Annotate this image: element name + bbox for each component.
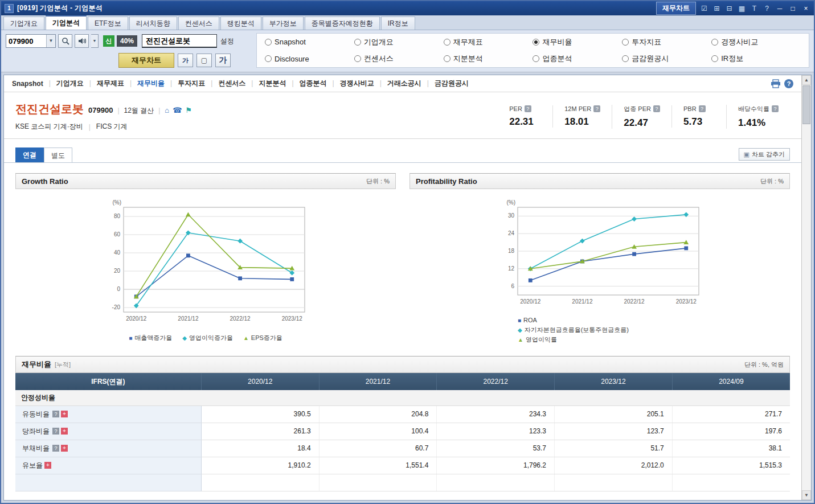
sound-button[interactable] — [75, 34, 89, 48]
radio-company-overview[interactable]: 기업개요 — [354, 37, 444, 47]
section-label: 안정성비율 — [15, 390, 790, 405]
question-icon[interactable]: ? — [525, 105, 531, 112]
radio-icon — [711, 55, 718, 62]
radio-ir-info[interactable]: IR정보 — [711, 54, 801, 64]
stock-code-input[interactable] — [6, 35, 46, 47]
subnav-fss-disclosure[interactable]: 금감원공시 — [421, 79, 469, 88]
close-button[interactable]: × — [801, 5, 810, 13]
scrollbar-thumb[interactable] — [802, 85, 810, 124]
font-reset-button[interactable]: ▢ — [196, 54, 212, 67]
cell-value: 261.3 — [201, 423, 319, 440]
radio-financial-ratio[interactable]: 재무비율 — [533, 37, 622, 47]
radio-snapshot[interactable]: Snapshot — [265, 38, 354, 46]
text-size-icon[interactable]: T — [750, 5, 759, 13]
row-help-icon[interactable]: ? — [52, 411, 59, 417]
row-label: 당좌비율 — [22, 427, 50, 435]
search-button[interactable] — [58, 34, 72, 48]
phone-icon[interactable]: ☎ — [173, 106, 182, 114]
radio-industry-analysis[interactable]: 업종분석 — [533, 54, 622, 64]
scroll-up-arrow[interactable]: ▲ — [802, 75, 811, 85]
font-increase-button[interactable]: 가 — [215, 54, 231, 67]
question-icon[interactable]: ? — [772, 105, 779, 112]
checkbox-icon[interactable]: ☑ — [700, 5, 708, 13]
question-icon[interactable]: ? — [699, 105, 706, 112]
radio-disclosure[interactable]: Disclosure — [265, 55, 354, 63]
grid-icon[interactable]: ▦ — [738, 5, 746, 13]
main-tab-bar: 기업개요 기업분석 ETF정보 리서치동향 컨센서스 랭킹분석 부가정보 종목별… — [1, 15, 814, 30]
cell-value: 1,551.4 — [319, 457, 437, 474]
svg-text:2022/12: 2022/12 — [230, 315, 251, 322]
tab-etf-info[interactable]: ETF정보 — [88, 17, 128, 30]
subnav-financial-ratio[interactable]: 재무비율 — [124, 79, 165, 88]
subnav-investment-index[interactable]: 투자지표 — [165, 79, 205, 88]
maximize-button[interactable]: □ — [788, 5, 797, 13]
row-help-icon[interactable]: ? — [52, 445, 59, 452]
row-chart-icon[interactable]: + — [61, 445, 68, 452]
location-pin-icon[interactable]: ⚑ — [185, 106, 192, 114]
subnav-industry-analysis[interactable]: 업종분석 — [286, 79, 326, 88]
window-new-icon[interactable]: ⊞ — [712, 5, 721, 13]
chart-title: Growth Ratio — [22, 177, 68, 186]
radio-share-analysis[interactable]: 지분분석 — [444, 54, 533, 64]
cell-value: 234.3 — [437, 405, 555, 423]
table-row: 유보율+ 1,910.2 1,551.4 1,796.2 2,012.0 1,5… — [15, 457, 790, 474]
app-window: 1 [0919] 기업분석 - 기업분석 재무차트 ☑ ⊞ ⊟ ▦ T ? ─ … — [0, 0, 815, 504]
row-chart-icon[interactable]: + — [61, 411, 68, 417]
tab-company-overview[interactable]: 기업개요 — [3, 17, 44, 30]
tab-consensus[interactable]: 컨센서스 — [178, 17, 219, 30]
metric-value: 22.47 — [624, 117, 660, 129]
help-icon[interactable]: ? — [763, 5, 771, 13]
tab-company-analysis[interactable]: 기업분석 — [46, 15, 87, 30]
subnav-snapshot[interactable]: Snapshot — [12, 80, 43, 88]
subnav-exchange-disclosure[interactable]: 거래소공시 — [374, 79, 421, 88]
tab-ranking-analysis[interactable]: 랭킹분석 — [220, 17, 261, 30]
home-icon[interactable]: ⌂ — [165, 106, 169, 114]
radio-investment-index[interactable]: 투자지표 — [622, 37, 711, 47]
row-chart-icon[interactable]: + — [61, 428, 68, 435]
question-icon[interactable]: ? — [653, 105, 660, 112]
radio-financial-statements[interactable]: 재무제표 — [444, 37, 533, 47]
window-duplicate-icon[interactable]: ⊟ — [725, 5, 734, 13]
question-icon[interactable]: ? — [593, 105, 600, 112]
subnav-competitor-compare[interactable]: 경쟁사비교 — [327, 79, 374, 88]
subnav-share-analysis[interactable]: 지분분석 — [245, 79, 286, 88]
table-title: 재무비율 — [22, 359, 51, 370]
stock-name-field[interactable] — [142, 34, 217, 48]
credit-ratio-badge: 40% — [117, 35, 137, 47]
company-header: 전진건설로봇 079900 | 12월 결산 | ⌂ ☎ ⚑ KSE 코스피 기… — [4, 92, 801, 139]
toolbar: ▼ ▼ 신 40% 설정 재무차트 가 ▢ 가 Snapshot 기업개요 재무… — [1, 30, 814, 72]
radio-icon — [265, 39, 272, 46]
minimize-button[interactable]: ─ — [775, 5, 784, 13]
financial-ratio-section: 재무비율 [누적] 단위 : %, 억원 IFRS(연결) 2020/12 20… — [15, 356, 790, 491]
row-chart-icon[interactable]: + — [44, 462, 51, 469]
scroll-down-arrow[interactable]: ▼ — [802, 490, 811, 500]
financial-chart-button[interactable]: 재무차트 — [118, 53, 174, 68]
subnav-consensus[interactable]: 컨센서스 — [205, 79, 245, 88]
tab-research-trend[interactable]: 리서치동향 — [129, 17, 177, 30]
hide-chart-button[interactable]: ▣ 차트 감추기 — [739, 148, 790, 161]
column-header: 2021/12 — [319, 373, 437, 390]
help-icon[interactable]: ? — [784, 79, 793, 88]
row-help-icon[interactable]: ? — [52, 428, 59, 435]
vertical-scrollbar[interactable]: ▲ ▼ — [801, 75, 811, 500]
titlebar-chart-button[interactable]: 재무차트 — [656, 2, 696, 15]
tab-capital-increase[interactable]: 종목별증자예정현황 — [305, 17, 380, 30]
tab-ir-info[interactable]: IR정보 — [381, 17, 415, 30]
subnav-company-overview[interactable]: 기업개요 — [43, 79, 84, 88]
radio-fss-disclosure[interactable]: 금감원공시 — [622, 54, 711, 64]
subnav-financial-statements[interactable]: 재무제표 — [84, 79, 124, 88]
tab-separate[interactable]: 별도 — [44, 147, 72, 162]
radio-consensus[interactable]: 컨센서스 — [354, 54, 444, 64]
chevron-down-icon[interactable]: ▼ — [46, 35, 55, 47]
print-icon[interactable] — [771, 79, 781, 88]
sound-dropdown-icon[interactable]: ▼ — [91, 34, 99, 48]
svg-text:18: 18 — [508, 248, 515, 254]
settings-button[interactable]: 설정 — [220, 36, 234, 46]
radio-competitor-compare[interactable]: 경쟁사비교 — [711, 37, 801, 47]
row-label: 유보율 — [22, 461, 43, 469]
chart-title: Profitability Ratio — [416, 177, 477, 186]
font-decrease-button[interactable]: 가 — [178, 54, 193, 67]
tab-consolidated[interactable]: 연결 — [15, 147, 44, 162]
cell-value: 390.5 — [201, 405, 319, 423]
tab-extra-info[interactable]: 부가정보 — [263, 17, 304, 30]
